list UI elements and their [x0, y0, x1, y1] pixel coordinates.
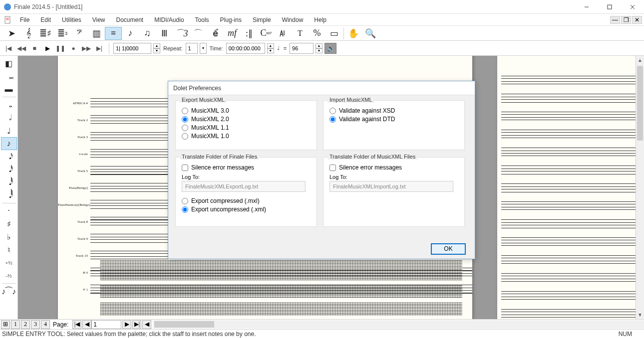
zoom-tab-2[interactable]: 2: [21, 320, 30, 329]
vertical-scrollbar[interactable]: ▲ ▼: [636, 56, 644, 319]
sixtyfourth-note-icon[interactable]: 𝅘𝅥𝅱: [1, 176, 17, 189]
zoom-tab-1[interactable]: 1: [11, 320, 20, 329]
staff-lines[interactable]: [501, 309, 636, 319]
rewind-start-button[interactable]: |◀: [3, 43, 14, 53]
staff-lines[interactable]: [501, 255, 636, 266]
export-log-field[interactable]: [182, 181, 306, 192]
radio-musicxml-20[interactable]: MusicXML 2.0: [182, 116, 311, 123]
repeat-tool[interactable]: :∥: [241, 27, 258, 40]
prev-page-button[interactable]: ◀: [82, 320, 91, 329]
ok-button[interactable]: OK: [431, 243, 466, 255]
flat-icon[interactable]: ♭: [1, 230, 17, 243]
radio-validate-dtd[interactable]: Validate against DTD: [329, 116, 458, 123]
whole-rest-icon[interactable]: ▬: [1, 83, 17, 96]
staff-lines[interactable]: [501, 219, 636, 230]
zoom-tab-4[interactable]: 4: [41, 320, 50, 329]
audio-toggle-button[interactable]: 🔈: [324, 43, 336, 54]
menu-help[interactable]: Help: [309, 15, 331, 24]
onetwentyeighth-note-icon[interactable]: 𝅘𝅥𝅲: [1, 189, 17, 202]
play-button[interactable]: ▶: [42, 43, 53, 53]
time-signature-tool[interactable]: ≣3: [54, 27, 71, 40]
expression-tool[interactable]: mf: [224, 27, 241, 40]
menu-view[interactable]: View: [87, 15, 110, 24]
sixteenth-note-icon[interactable]: 𝅘𝅥𝅯: [1, 150, 17, 163]
menu-window[interactable]: Window: [277, 15, 309, 24]
close-button[interactable]: [621, 0, 644, 14]
staff-lines[interactable]: [501, 183, 636, 194]
zoom-tool[interactable]: 🔍: [362, 27, 379, 40]
tuplet-tool[interactable]: Ⅲ: [156, 27, 173, 40]
measure-tool[interactable]: ▥: [88, 27, 105, 40]
hscroll-left-button[interactable]: ◀: [142, 320, 151, 329]
page-number-field[interactable]: 1: [91, 320, 121, 329]
stop-button[interactable]: ■: [29, 43, 40, 53]
half-note-icon[interactable]: 𝅗𝅥: [1, 111, 17, 124]
horizontal-scrollbar[interactable]: [153, 320, 644, 329]
next-page-button[interactable]: ▶: [122, 320, 131, 329]
menu-utilities[interactable]: Utilities: [57, 15, 86, 24]
hand-grabber-tool[interactable]: ✋: [345, 27, 362, 40]
text-tool[interactable]: T: [292, 27, 309, 40]
tempo-field[interactable]: 96: [290, 43, 314, 54]
tie-icon[interactable]: ♪⁀♪: [1, 285, 17, 298]
radio-musicxml-11[interactable]: MusicXML 1.1: [182, 124, 311, 131]
measure-counter[interactable]: 1| 1|0000: [113, 43, 151, 54]
staff-lines[interactable]: [501, 94, 636, 105]
simple-entry-tool[interactable]: ≡: [105, 27, 122, 40]
scroll-down-icon[interactable]: ▼: [636, 311, 644, 319]
key-signature-tool[interactable]: ≣♯: [37, 27, 54, 40]
checkbox-silence-errors-ml[interactable]: Silence error messages: [329, 164, 458, 171]
staff-lines[interactable]: [501, 166, 636, 176]
forward-end-button[interactable]: ▶|: [94, 43, 105, 53]
radio-musicxml-30[interactable]: MusicXML 3.0: [182, 107, 311, 114]
sharp-icon[interactable]: ♯: [1, 217, 17, 230]
staff-lines[interactable]: [501, 237, 636, 248]
double-whole-note-icon[interactable]: 𝅜: [1, 70, 17, 83]
radio-export-uncompressed[interactable]: Export uncompressed (.xml): [182, 206, 311, 213]
menu-simple[interactable]: Simple: [248, 15, 276, 24]
minimize-button[interactable]: [575, 0, 598, 14]
scroll-up-icon[interactable]: ▲: [636, 56, 644, 64]
articulation-tool[interactable]: ể: [207, 27, 224, 40]
smart-shape-tool[interactable]: ⌒3: [173, 27, 190, 40]
eraser-icon[interactable]: ◧: [1, 57, 17, 70]
forward-button[interactable]: ▶▶: [81, 43, 92, 53]
repeat-dropdown[interactable]: ▾: [200, 43, 207, 54]
eighth-note-icon[interactable]: ♪: [1, 137, 17, 150]
staff-lines[interactable]: [501, 273, 636, 284]
half-step-down-icon[interactable]: -½: [1, 269, 17, 282]
import-log-field[interactable]: [329, 181, 453, 192]
radio-musicxml-10[interactable]: MusicXML 1.0: [182, 133, 311, 140]
zoom-tab-3[interactable]: 3: [31, 320, 40, 329]
staff-lines[interactable]: [501, 76, 636, 87]
score-page-2[interactable]: [497, 56, 636, 319]
record-button[interactable]: ●: [68, 43, 79, 53]
staff-lines[interactable]: [501, 201, 636, 212]
quarter-note-icon[interactable]: ♩: [1, 124, 17, 137]
menu-plugins[interactable]: Plug-ins: [215, 15, 247, 24]
staff-lines[interactable]: [501, 148, 636, 159]
menu-document[interactable]: Document: [111, 15, 149, 24]
whole-note-icon[interactable]: 𝅝: [1, 98, 17, 111]
natural-icon[interactable]: ♮: [1, 243, 17, 256]
thirtysecond-note-icon[interactable]: 𝅘𝅥𝅰: [1, 163, 17, 176]
layout-button[interactable]: ⊞: [1, 320, 10, 329]
maximize-button[interactable]: [598, 0, 621, 14]
checkbox-silence-errors-finale[interactable]: Silence error messages: [182, 164, 311, 171]
staff-tool[interactable]: 𝄞: [20, 27, 37, 40]
menu-edit[interactable]: Edit: [35, 15, 56, 24]
dot-icon[interactable]: ·: [1, 204, 17, 217]
mdi-restore-button[interactable]: ❐: [621, 16, 631, 24]
slur-tool[interactable]: ⌒: [190, 27, 207, 40]
last-page-button[interactable]: ▶|: [132, 320, 141, 329]
repeat-field[interactable]: 1: [186, 43, 198, 54]
resize-tool[interactable]: %: [309, 27, 325, 40]
hyperscribe-tool[interactable]: ♫: [139, 27, 156, 40]
page-layout-tool[interactable]: ▭: [325, 27, 342, 40]
selection-tool[interactable]: ➤: [3, 27, 20, 40]
clef-tool[interactable]: 𝄢: [71, 27, 88, 40]
scroll-thumb[interactable]: [637, 66, 643, 141]
menu-midi-audio[interactable]: MIDI/Audio: [149, 15, 189, 24]
half-step-up-icon[interactable]: +½: [1, 256, 17, 269]
first-page-button[interactable]: |◀: [72, 320, 81, 329]
